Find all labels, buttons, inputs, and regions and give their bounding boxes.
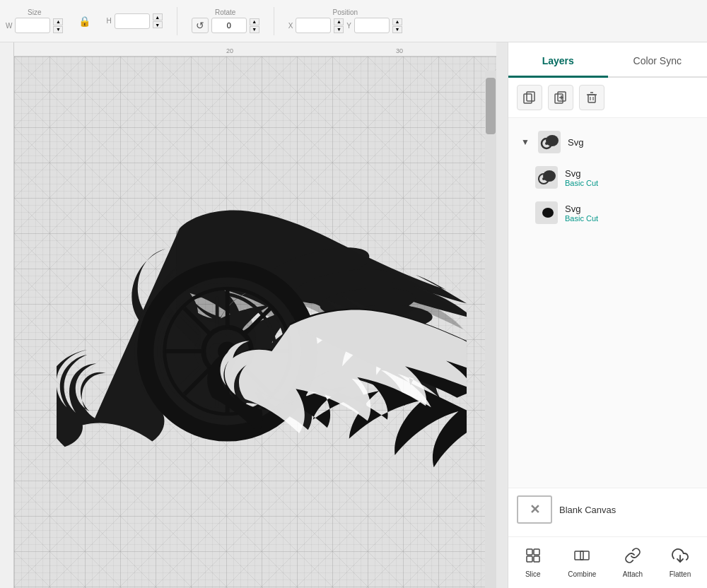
layer-thumb-svg bbox=[537, 167, 556, 187]
blank-canvas-thumbnail: ✕ bbox=[517, 495, 552, 524]
add-icon bbox=[554, 91, 567, 104]
size-w-up[interactable]: ▲ bbox=[53, 18, 63, 25]
size-h-input[interactable] bbox=[115, 13, 150, 29]
blank-canvas-x: ✕ bbox=[530, 502, 540, 517]
panel-tabs: Layers Color Sync bbox=[508, 42, 707, 78]
flatten-icon bbox=[672, 547, 689, 568]
svg-point-49 bbox=[542, 177, 545, 180]
tab-layers[interactable]: Layers bbox=[508, 42, 608, 76]
rotate-down[interactable]: ▼ bbox=[250, 26, 259, 33]
lock-proportions-button[interactable]: 🔒 bbox=[77, 14, 92, 28]
logo-container[interactable] bbox=[57, 92, 467, 488]
position-x-input[interactable] bbox=[296, 18, 331, 33]
ruler-left bbox=[0, 42, 14, 588]
size-label: Size bbox=[28, 8, 41, 16]
layer-thumbnail bbox=[535, 166, 558, 189]
panel-toolbar bbox=[508, 78, 707, 118]
svg-point-47 bbox=[543, 170, 556, 182]
layer-thumb-svg bbox=[539, 132, 559, 152]
svg-rect-54 bbox=[534, 556, 539, 562]
size-h-label: H bbox=[106, 17, 111, 25]
design-canvas[interactable] bbox=[14, 57, 496, 588]
size-h-up[interactable]: ▲ bbox=[153, 13, 163, 20]
position-y-up[interactable]: ▲ bbox=[392, 18, 402, 25]
combine-button[interactable]: Combine bbox=[562, 543, 602, 582]
ruler-top: 20 30 bbox=[0, 42, 496, 57]
svg-rect-55 bbox=[575, 551, 583, 560]
panel-actions: Slice Combine Attach bbox=[508, 536, 707, 588]
layer-info: Svg Basic Cut bbox=[565, 168, 598, 187]
layer-type: Basic Cut bbox=[565, 214, 598, 223]
position-label: Position bbox=[333, 8, 358, 16]
attach-svg bbox=[624, 547, 641, 564]
size-w-down[interactable]: ▼ bbox=[53, 26, 63, 33]
ruler-mark-30: 30 bbox=[396, 47, 403, 54]
position-x-up[interactable]: ▲ bbox=[334, 18, 344, 25]
svg-rect-53 bbox=[527, 556, 532, 562]
tab-color-sync[interactable]: Color Sync bbox=[608, 42, 708, 76]
flatten-svg bbox=[672, 547, 689, 564]
svg-point-46 bbox=[545, 142, 548, 145]
svg-rect-56 bbox=[580, 551, 589, 560]
layer-name: Svg bbox=[565, 168, 598, 179]
svg-rect-33 bbox=[524, 94, 532, 103]
right-panel: Layers Color Sync bbox=[508, 42, 707, 588]
scrollbar-vertical[interactable] bbox=[485, 71, 496, 588]
position-y-label: Y bbox=[346, 22, 351, 30]
size-h-down[interactable]: ▼ bbox=[153, 21, 163, 28]
slice-button[interactable]: Slice bbox=[519, 543, 547, 582]
position-x-label: X bbox=[288, 22, 293, 30]
svg-rect-51 bbox=[527, 549, 532, 555]
duplicate-icon bbox=[523, 91, 536, 104]
expand-icon[interactable]: ▼ bbox=[521, 137, 531, 147]
main-area: 20 30 bbox=[0, 42, 707, 588]
layer-info: Svg bbox=[568, 137, 583, 148]
rotate-spinner: ▲ ▼ bbox=[250, 18, 259, 33]
position-y-down[interactable]: ▼ bbox=[392, 26, 402, 33]
logo-svg bbox=[57, 92, 467, 488]
attach-label: Attach bbox=[623, 570, 643, 578]
add-layer-button[interactable] bbox=[548, 85, 573, 110]
slice-label: Slice bbox=[525, 570, 541, 578]
svg-point-50 bbox=[542, 208, 554, 218]
position-x-down[interactable]: ▼ bbox=[334, 26, 344, 33]
delete-layer-button[interactable] bbox=[579, 85, 604, 110]
position-y-input[interactable] bbox=[354, 18, 390, 33]
attach-icon bbox=[624, 547, 641, 568]
layers-list[interactable]: ▼ Svg bbox=[508, 118, 707, 488]
svg-rect-39 bbox=[588, 95, 595, 102]
slice-icon bbox=[525, 547, 542, 568]
size-w-input[interactable] bbox=[15, 18, 50, 33]
divider-2 bbox=[274, 7, 274, 35]
layer-thumb-svg bbox=[537, 203, 556, 223]
flatten-button[interactable]: Flatten bbox=[664, 543, 697, 582]
blank-canvas-label: Blank Canvas bbox=[559, 505, 616, 515]
blank-canvas-row: ✕ Blank Canvas bbox=[517, 495, 699, 524]
scrollbar-thumb[interactable] bbox=[486, 78, 496, 134]
svg-rect-34 bbox=[527, 92, 534, 101]
rotate-ccw-button[interactable]: ↺ bbox=[192, 18, 209, 33]
rotate-up[interactable]: ▲ bbox=[250, 18, 259, 25]
combine-svg bbox=[573, 547, 590, 564]
size-w-label: W bbox=[6, 22, 12, 30]
position-y-spinner: ▲ ▼ bbox=[392, 18, 402, 33]
duplicate-layer-button[interactable] bbox=[517, 85, 542, 110]
size-h-group: H ▲ ▼ bbox=[106, 13, 162, 29]
blank-canvas-section: ✕ Blank Canvas bbox=[508, 488, 707, 536]
flatten-label: Flatten bbox=[670, 570, 691, 578]
combine-icon bbox=[573, 547, 590, 568]
canvas-area[interactable]: 20 30 bbox=[0, 42, 508, 588]
rotate-label: Rotate bbox=[215, 8, 235, 16]
rotate-group: Rotate ↺ ▲ ▼ bbox=[192, 8, 259, 33]
layer-info: Svg Basic Cut bbox=[565, 204, 598, 223]
size-w-spinner: ▲ ▼ bbox=[53, 18, 63, 33]
attach-button[interactable]: Attach bbox=[617, 543, 648, 582]
layer-item[interactable]: Svg Basic Cut bbox=[514, 196, 701, 230]
layer-name: Svg bbox=[565, 204, 598, 214]
rotate-input[interactable] bbox=[211, 18, 247, 33]
layer-item[interactable]: Svg Basic Cut bbox=[514, 160, 701, 194]
layer-item[interactable]: ▼ Svg bbox=[514, 125, 701, 159]
position-x-spinner: ▲ ▼ bbox=[334, 18, 344, 33]
size-h-spinner: ▲ ▼ bbox=[153, 13, 163, 28]
divider-1 bbox=[177, 7, 177, 35]
